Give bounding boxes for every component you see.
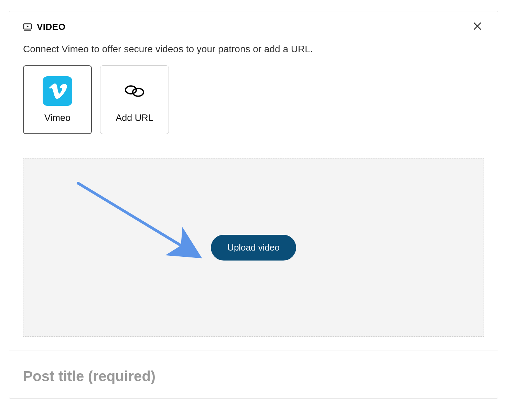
video-source-options: Vimeo Add URL <box>23 65 484 134</box>
panel-header: VIDEO <box>9 11 498 34</box>
post-title-input[interactable] <box>23 368 484 385</box>
panel-body: Connect Vimeo to offer secure videos to … <box>9 34 498 351</box>
option-add-url-label: Add URL <box>116 113 153 123</box>
option-add-url[interactable]: Add URL <box>100 65 169 134</box>
video-play-icon <box>23 22 32 31</box>
close-button[interactable] <box>471 20 484 34</box>
upload-video-button[interactable]: Upload video <box>211 235 296 261</box>
post-title-section <box>9 351 498 398</box>
panel-title-wrap: VIDEO <box>23 22 65 32</box>
panel-description: Connect Vimeo to offer secure videos to … <box>23 42 484 56</box>
vimeo-logo-icon <box>43 76 72 106</box>
close-icon <box>472 26 483 32</box>
option-vimeo[interactable]: Vimeo <box>23 65 92 134</box>
option-vimeo-label: Vimeo <box>44 113 71 123</box>
video-post-panel: VIDEO Connect Vimeo to offer secure vide… <box>9 11 498 399</box>
link-icon <box>120 76 149 106</box>
video-upload-dropzone[interactable]: Upload video <box>23 158 484 337</box>
panel-title: VIDEO <box>37 22 65 32</box>
